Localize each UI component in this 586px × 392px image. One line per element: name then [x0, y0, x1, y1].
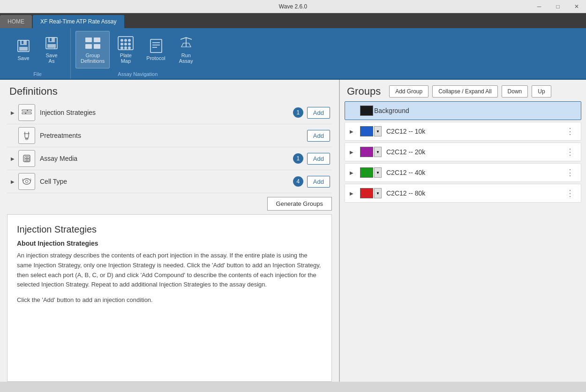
tab-bar: HOME XF Real-Time ATP Rate Assay [0, 13, 586, 28]
c2c12-80k-color-dropdown[interactable]: ▼ [374, 188, 382, 198]
svg-point-41 [23, 179, 30, 184]
c2c12-20k-chevron[interactable]: ▶ [350, 150, 357, 155]
svg-point-17 [120, 43, 123, 45]
c2c12-40k-chevron[interactable]: ▶ [350, 170, 357, 175]
svg-rect-40 [27, 159, 29, 161]
definitions-panel: Definitions ▶ Injection Strategies [0, 80, 340, 382]
plate-map-button[interactable]: PlateMap [112, 31, 140, 68]
info-text-1: An injection strategy describes the cont… [17, 251, 322, 290]
collapse-expand-button[interactable]: Collapse / Expand All [432, 85, 497, 98]
def-item-cell-type: ▶ Cell Type 4 Add [7, 170, 332, 193]
svg-point-14 [120, 39, 123, 42]
assay-nav-label: Assay Navigation [118, 71, 158, 79]
pretreatments-icon [18, 127, 35, 144]
info-title: Injection Strategies [17, 224, 322, 235]
c2c12-10k-chevron[interactable]: ▶ [350, 129, 357, 134]
c2c12-20k-color-box [360, 147, 373, 157]
injection-strategies-info: Injection Strategies About Injection Str… [7, 214, 332, 382]
svg-rect-38 [27, 157, 29, 158]
def-item-injection-strategies: ▶ Injection Strategies 1 Add [7, 101, 332, 124]
generate-groups-button[interactable]: Generate Groups [267, 197, 332, 211]
group-item-c2c12-80k[interactable]: ▶ ▼ C2C12 -- 80k ⋮ [345, 184, 581, 203]
tab-home[interactable]: HOME [0, 15, 32, 28]
close-button[interactable]: ✕ [567, 0, 586, 13]
run-assay-button[interactable]: RunAssay [172, 31, 200, 68]
cell-type-badge: 4 [293, 176, 303, 187]
c2c12-10k-color-box [360, 126, 373, 136]
cell-type-icon [18, 173, 35, 190]
svg-point-18 [124, 43, 127, 45]
svg-point-21 [124, 46, 127, 49]
injection-strategies-add-button[interactable]: Add [307, 107, 330, 119]
run-assay-label: RunAssay [179, 53, 193, 64]
injection-strategies-chevron[interactable]: ▶ [9, 109, 16, 116]
c2c12-10k-menu[interactable]: ⋮ [564, 126, 576, 136]
c2c12-10k-color-dropdown[interactable]: ▼ [374, 126, 382, 136]
svg-rect-2 [19, 47, 28, 51]
up-button[interactable]: Up [532, 85, 551, 98]
file-section-label: File [33, 71, 42, 79]
assay-media-badge: 1 [293, 153, 303, 164]
protocol-label: Protocol [146, 55, 165, 61]
group-item-c2c12-40k[interactable]: ▶ ▼ C2C12 -- 40k ⋮ [345, 163, 581, 182]
svg-text:+: + [53, 46, 56, 51]
minimize-button[interactable]: ─ [530, 0, 548, 13]
assay-media-add-button[interactable]: Add [307, 153, 330, 165]
definitions-title: Definitions [0, 80, 339, 101]
toolbar: Save + SaveAs File [0, 28, 586, 80]
pretreatments-add-button[interactable]: Add [307, 130, 330, 142]
restore-button[interactable]: □ [548, 0, 567, 13]
save-as-label: SaveAs [45, 53, 57, 64]
cell-type-add-button[interactable]: Add [307, 176, 330, 188]
group-item-c2c12-10k[interactable]: ▶ ▼ C2C12 -- 10k ⋮ [345, 122, 581, 141]
c2c12-20k-color-dropdown[interactable]: ▼ [374, 147, 382, 157]
window-controls: ─ □ ✕ [530, 0, 586, 13]
background-color-box [360, 106, 373, 116]
background-name: Background [374, 107, 576, 114]
c2c12-20k-menu[interactable]: ⋮ [564, 147, 576, 157]
svg-rect-11 [85, 44, 92, 49]
c2c12-40k-menu[interactable]: ⋮ [564, 167, 576, 178]
save-as-button[interactable]: + SaveAs [38, 31, 66, 68]
down-button[interactable]: Down [502, 85, 528, 98]
assay-media-chevron[interactable]: ▶ [9, 155, 16, 162]
c2c12-10k-name: C2C12 -- 10k [386, 128, 564, 135]
cell-type-label: Cell Type [40, 178, 293, 185]
group-item-background[interactable]: ▶ Background [345, 101, 581, 120]
title-bar: Wave 2.6.0 ─ □ ✕ [0, 0, 586, 13]
svg-rect-3 [22, 41, 23, 44]
protocol-button[interactable]: Protocol [142, 31, 170, 68]
def-item-pretreatments: ▶ Pretreatments Add [7, 124, 332, 147]
tab-xf-assay[interactable]: XF Real-Time ATP Rate Assay [33, 15, 124, 28]
c2c12-80k-chevron[interactable]: ▶ [350, 191, 357, 196]
svg-point-20 [120, 46, 123, 49]
svg-point-16 [128, 39, 131, 42]
definitions-list: ▶ Injection Strategies 1 Add [0, 101, 339, 193]
injection-strategies-icon [18, 104, 35, 121]
cell-type-chevron[interactable]: ▶ [9, 178, 16, 185]
assay-media-icon [18, 150, 35, 167]
info-subtitle: About Injection Strategies [17, 240, 322, 247]
save-label: Save [17, 55, 29, 61]
save-button[interactable]: Save [9, 31, 38, 68]
c2c12-40k-color-box [360, 167, 373, 178]
svg-point-19 [128, 43, 131, 45]
group-definitions-button[interactable]: GroupDefinitions [75, 31, 110, 68]
svg-rect-37 [25, 157, 27, 158]
c2c12-40k-name: C2C12 -- 40k [386, 169, 564, 176]
c2c12-80k-name: C2C12 -- 80k [386, 189, 564, 197]
svg-point-22 [128, 46, 131, 49]
injection-strategies-label: Injection Strategies [40, 109, 293, 116]
group-def-label: GroupDefinitions [81, 53, 105, 64]
svg-point-42 [25, 181, 28, 183]
pretreatments-label: Pretreatments [40, 132, 307, 139]
c2c12-40k-color-dropdown[interactable]: ▼ [374, 167, 382, 178]
group-item-c2c12-20k[interactable]: ▶ ▼ C2C12 -- 20k ⋮ [345, 143, 581, 161]
groups-header: Groups Add Group Collapse / Expand All D… [340, 80, 586, 101]
add-group-button[interactable]: Add Group [389, 85, 428, 98]
plate-map-label: PlateMap [120, 53, 132, 64]
groups-title: Groups [347, 85, 381, 98]
groups-panel: Groups Add Group Collapse / Expand All D… [340, 80, 586, 382]
window-title: Wave 2.6.0 [279, 3, 307, 10]
c2c12-80k-menu[interactable]: ⋮ [564, 188, 576, 198]
